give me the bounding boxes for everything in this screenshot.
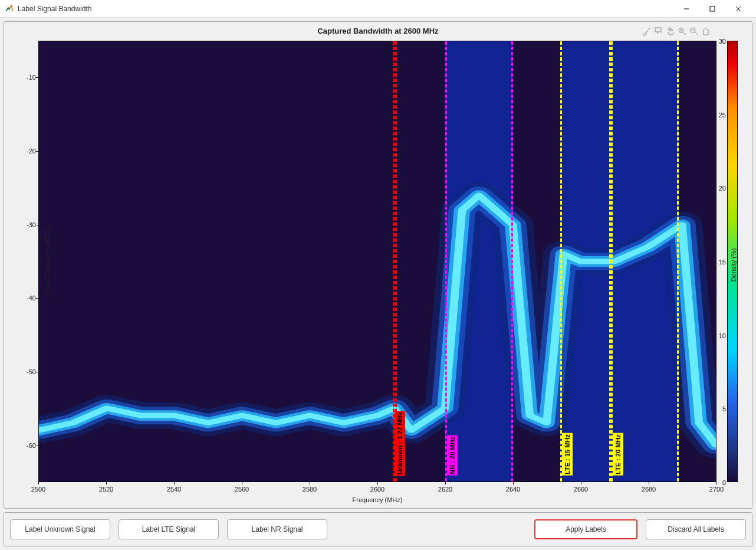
label-lte-button[interactable]: Label LTE Signal (119, 519, 219, 539)
colorbar-tick: 30 (719, 38, 726, 45)
svg-rect-1 (710, 6, 715, 11)
button-panel: Label Unknown Signal Label LTE Signal La… (4, 512, 752, 546)
discard-labels-button[interactable]: Discard All Labels (646, 519, 746, 539)
y-tick: -20 (19, 148, 36, 155)
axes-area[interactable]: Unknown : 1.27 MHzNR : 20 MHzLTE : 15 MH… (38, 41, 716, 482)
x-tick: 2580 (303, 486, 317, 493)
window-title: Label Signal Bandwidth (18, 5, 91, 13)
x-tick: 2520 (99, 486, 113, 493)
colorbar-tick: 20 (719, 185, 726, 192)
x-tick: 2680 (642, 486, 656, 493)
home-icon[interactable] (701, 27, 711, 36)
y-tick: -40 (19, 294, 36, 302)
colorbar-tick: 0 (722, 479, 726, 486)
apply-labels-button[interactable]: Apply Labels (534, 519, 637, 539)
y-tick: -60 (19, 442, 36, 449)
plot-title: Captured Bandwidth at 2600 MHz (4, 27, 752, 35)
zoom-out-icon[interactable] (689, 27, 699, 36)
x-tick: 2560 (235, 486, 249, 493)
x-tick: 2540 (167, 486, 181, 493)
axes-toolbar (642, 27, 711, 36)
x-tick: 2500 (31, 486, 45, 493)
label-unknown-button[interactable]: Label Unknown Signal (10, 519, 110, 539)
datatip-icon[interactable] (654, 27, 663, 36)
x-tick: 2660 (574, 486, 588, 493)
x-tick: 2600 (370, 486, 384, 493)
maximize-button[interactable] (699, 0, 725, 18)
svg-line-10 (695, 32, 698, 35)
colorbar-tick: 25 (719, 112, 726, 119)
svg-line-6 (683, 32, 686, 35)
pan-icon[interactable] (666, 27, 675, 36)
plot-panel: Captured Bandwidth at 2600 MHz Unknown :… (4, 21, 752, 509)
y-tick: -50 (19, 368, 36, 375)
close-button[interactable] (725, 0, 751, 18)
brush-icon[interactable] (642, 27, 652, 36)
svg-rect-4 (655, 28, 661, 32)
colorbar-label: Density (%) (731, 248, 738, 282)
zoom-in-icon[interactable] (678, 27, 687, 36)
matlab-icon (5, 4, 14, 14)
main-panel: Captured Bandwidth at 2600 MHz Unknown :… (0, 18, 756, 550)
colorbar-tick: 10 (719, 332, 726, 339)
x-axis-label: Frequency (MHz) (38, 496, 716, 503)
colorbar-tick: 15 (719, 258, 726, 266)
label-nr-button[interactable]: Label NR Signal (227, 519, 327, 539)
spectrum-heatmap: Unknown : 1.27 MHzNR : 20 MHzLTE : 15 MH… (38, 41, 716, 482)
y-tick: -30 (19, 221, 36, 228)
y-axis-label: Power Spectrum (dBFS) (43, 226, 50, 296)
y-tick: -10 (19, 74, 36, 81)
x-tick: 2640 (506, 486, 520, 493)
x-tick: 2620 (438, 486, 452, 493)
minimize-button[interactable] (673, 0, 699, 18)
colorbar-tick: 5 (722, 405, 726, 413)
x-tick: 2700 (709, 486, 724, 493)
window-titlebar: Label Signal Bandwidth (0, 0, 756, 18)
